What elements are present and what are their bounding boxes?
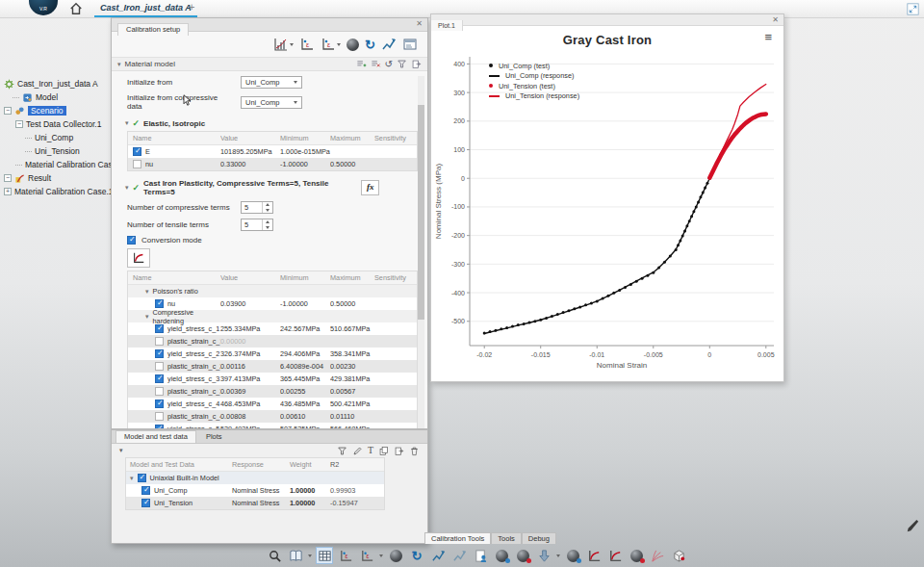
row-checkbox[interactable] xyxy=(155,387,164,396)
update-button[interactable]: ↻ xyxy=(365,39,375,51)
table-group-row[interactable]: ▾Uniaxial Built-in Model xyxy=(126,472,384,484)
initialize-from-select[interactable]: Uni_Comp xyxy=(241,76,302,89)
curve-fan-icon[interactable] xyxy=(649,547,666,564)
scrollbar-thumb[interactable] xyxy=(418,105,424,320)
row-checkbox[interactable] xyxy=(141,499,150,507)
response-plot-dropdown-button[interactable] xyxy=(273,37,294,52)
table-group-row[interactable]: ▾Poisson's ratio xyxy=(128,285,417,297)
row-checkbox[interactable] xyxy=(133,160,141,168)
material-sphere-icon[interactable] xyxy=(387,547,404,564)
legend-item: Uni_Comp (test) xyxy=(489,61,579,71)
test-data-dropdown-icon[interactable] xyxy=(358,547,375,564)
row-checkbox[interactable] xyxy=(155,324,164,333)
filter-icon[interactable] xyxy=(337,446,347,456)
add-material-icon[interactable] xyxy=(628,547,645,564)
row-checkbox[interactable] xyxy=(155,399,164,408)
plasticity-table: Name Value Minimum Maximum Sensitivity ▾… xyxy=(127,271,418,436)
zoom-search-icon[interactable] xyxy=(266,547,283,564)
tab-plots[interactable]: Plots xyxy=(198,431,230,443)
plasticity-section-header[interactable]: ▾ ✓ Cast Iron Plasticity, Compressive Te… xyxy=(125,179,427,196)
delete-icon[interactable] xyxy=(409,446,420,456)
remove-rows-icon[interactable] xyxy=(371,59,381,69)
row-checkbox[interactable] xyxy=(155,374,164,383)
library-icon[interactable] xyxy=(287,547,304,564)
row-checkbox[interactable] xyxy=(141,486,150,495)
fx-expression-button[interactable]: fx xyxy=(361,180,379,195)
material-export-icon[interactable] xyxy=(514,547,531,564)
collapse-expander-icon[interactable]: − xyxy=(15,120,23,128)
share-screen-icon[interactable] xyxy=(907,2,919,14)
tab-plot-1[interactable]: Plot.1 xyxy=(431,20,463,31)
tree-item-test-data-collector[interactable]: − Test Data Collector.1 xyxy=(4,117,117,131)
row-checkbox[interactable] xyxy=(155,337,164,346)
row-checkbox[interactable] xyxy=(155,362,164,371)
hardening-curve-icon[interactable] xyxy=(606,547,624,564)
collapse-icon[interactable]: ▾ xyxy=(119,447,123,454)
undo-icon[interactable]: ↺ xyxy=(385,60,393,69)
copy-icon[interactable] xyxy=(378,446,389,456)
test-data-icon[interactable] xyxy=(337,547,354,564)
plot-menu-icon[interactable]: ≡ xyxy=(764,32,772,43)
conversion-mode-checkbox[interactable] xyxy=(127,236,136,245)
compressive-terms-stepper[interactable]: 5 xyxy=(241,201,273,214)
test-data-dropdown-button[interactable] xyxy=(321,37,341,52)
filter-icon[interactable] xyxy=(397,59,407,69)
tab-calibration-setup[interactable]: Calibration setup xyxy=(117,23,189,36)
collapse-expander-icon[interactable]: − xyxy=(4,107,12,115)
export-model-icon[interactable] xyxy=(670,547,687,564)
home-icon[interactable] xyxy=(69,2,83,15)
tree-item-uni-tension[interactable]: Uni_Tension xyxy=(4,144,117,158)
add-rows-icon[interactable] xyxy=(356,59,367,69)
scenario-icon xyxy=(14,106,25,116)
tab-model-and-test-data[interactable]: Model and test data xyxy=(116,430,196,443)
report-icon[interactable] xyxy=(472,547,489,564)
simulate-plot-button[interactable] xyxy=(381,37,397,52)
compare-curves-icon[interactable] xyxy=(585,547,603,564)
material-link-icon[interactable] xyxy=(564,547,581,564)
close-icon[interactable]: ✕ xyxy=(772,15,779,24)
row-checkbox[interactable] xyxy=(138,474,146,482)
row-checkbox[interactable] xyxy=(133,147,141,156)
table-group-row[interactable]: ▾Compressive hardening xyxy=(128,310,417,322)
test-data-button[interactable] xyxy=(299,37,315,52)
material-model-section-header[interactable]: ▾ Material model ↺ xyxy=(112,58,427,71)
tree-item-uni-comp[interactable]: Uni_Comp xyxy=(4,131,117,144)
hardening-curve-button[interactable] xyxy=(127,248,150,268)
tree-item-root[interactable]: Cast_Iron_just_data A xyxy=(4,77,117,90)
export-icon[interactable] xyxy=(394,446,404,456)
material-button[interactable] xyxy=(346,39,359,51)
tree-item-material-calibration-case-2[interactable]: + Material Calibration Case.1 xyxy=(4,185,117,198)
tree-item-scenario[interactable]: − Scenario xyxy=(4,104,117,117)
update-refresh-icon[interactable]: ↻ xyxy=(408,547,425,564)
document-tab[interactable]: Cast_Iron_just_data A xyxy=(94,0,197,17)
table-row: Uni_Tension Nominal Stress 1.00000 -0.15… xyxy=(126,497,384,509)
elastic-section-header[interactable]: ▾ ✓ Elastic, Isotropic xyxy=(125,118,427,128)
pen-tool-icon[interactable] xyxy=(906,519,919,532)
expand-expander-icon[interactable]: + xyxy=(4,188,12,195)
tree-item-result[interactable]: − Result xyxy=(4,171,117,185)
tree-item-material-calibration-case[interactable]: Material Calibration Case.1 xyxy=(4,158,117,171)
row-checkbox[interactable] xyxy=(155,412,164,421)
row-checkbox[interactable] xyxy=(155,299,164,308)
material-import-icon[interactable] xyxy=(493,547,510,564)
row-checkbox[interactable] xyxy=(155,349,164,358)
download-icon[interactable] xyxy=(535,547,552,564)
export-icon[interactable] xyxy=(411,59,422,69)
initialize-compressive-select[interactable]: Uni_Comp xyxy=(241,96,302,109)
result-icon xyxy=(14,173,25,184)
properties-form-button[interactable] xyxy=(402,37,418,52)
brand-logo-icon[interactable]: V.R xyxy=(29,0,58,15)
close-icon[interactable]: ✕ xyxy=(416,19,423,28)
data-table-icon[interactable] xyxy=(316,547,333,564)
tensile-terms-stepper[interactable]: 5 xyxy=(241,219,273,231)
collapse-expander-icon[interactable]: − xyxy=(4,174,12,182)
new-tab-button[interactable]: + xyxy=(189,1,194,13)
text-tool-icon[interactable]: T xyxy=(368,446,373,455)
edit-icon[interactable] xyxy=(352,446,363,456)
tree-item-model[interactable]: Model xyxy=(4,90,117,104)
tab-debug[interactable]: Debug xyxy=(522,532,556,544)
vertical-scrollbar[interactable] xyxy=(418,76,424,434)
simulate-chart-icon[interactable] xyxy=(429,547,447,564)
tab-calibration-tools[interactable]: Calibration Tools xyxy=(424,532,491,544)
tab-tools[interactable]: Tools xyxy=(491,532,522,544)
